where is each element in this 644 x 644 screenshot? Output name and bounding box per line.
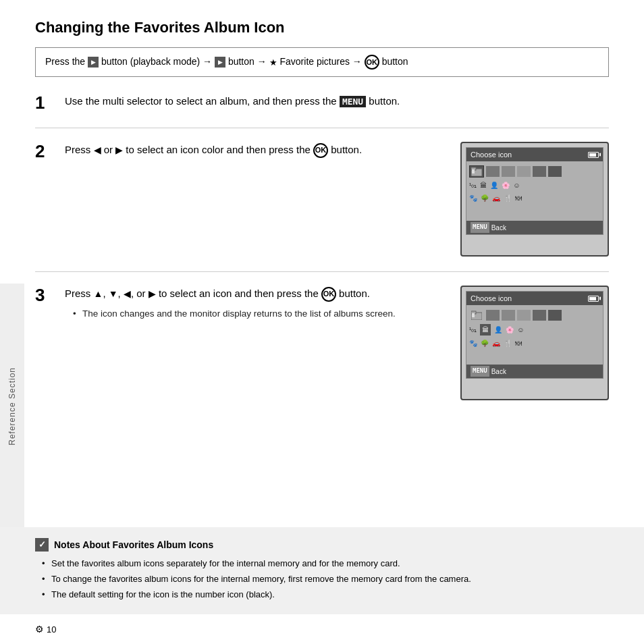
step-3-bullets: The icon changes and the monitor display… xyxy=(65,307,452,321)
step-2-content: Press ◀ or ▶ to select an icon color and… xyxy=(65,142,609,257)
color-box-7 xyxy=(502,310,515,321)
step-1-content: Use the multi selector to select an albu… xyxy=(65,93,609,109)
smile-icon-1: ☺ xyxy=(513,180,520,190)
arrow-up-icon: ▲ xyxy=(94,287,103,302)
svg-rect-2 xyxy=(472,169,475,173)
fork-icon-1: 🍴 xyxy=(504,193,512,203)
arrow-left-icon-2: ◀ xyxy=(124,287,131,302)
screen-2-title-bar: Choose icon xyxy=(466,292,603,306)
screen-1-title: Choose icon xyxy=(471,149,512,161)
main-content: Changing the Favorites Album Icon Press … xyxy=(0,0,644,429)
step-1-number: 1 xyxy=(35,93,54,113)
divider-1 xyxy=(35,128,609,128)
battery-icon-2 xyxy=(588,296,599,302)
step-3-bullet-1: The icon changes and the monitor display… xyxy=(73,307,452,321)
house-icon-1: 🏛 xyxy=(480,180,487,190)
color-box-6 xyxy=(486,310,500,321)
battery-icon-1 xyxy=(588,152,599,158)
color-box-4 xyxy=(533,166,546,177)
ok-button-step2: OK xyxy=(313,143,328,158)
menu-button-label: MENU xyxy=(340,96,366,107)
camera-screen-2: Choose icon xyxy=(460,286,609,400)
step-3-with-image: Press ▲, ▼, ◀, or ▶ to select an icon an… xyxy=(65,286,609,400)
svg-rect-5 xyxy=(472,313,475,317)
screen-1-icon-row-2: ¹₀₁ 🏛 👤 🌸 ☺ xyxy=(466,179,603,192)
paw-icon-2: 🐾 xyxy=(469,338,477,348)
menu-label-1: MENU xyxy=(471,222,489,233)
nav-bar-text: Press the ▶ button (playback mode) → ▶ b… xyxy=(45,55,408,70)
camera-screen-1-inner: Choose icon xyxy=(466,147,603,235)
page-title: Changing the Favorites Album Icon xyxy=(35,19,609,36)
step-3-content: Press ▲, ▼, ◀, or ▶ to select an icon an… xyxy=(65,286,609,400)
screen-2-icon-row-2: ¹₀₁ 🏛 👤 🌸 ☺ xyxy=(466,323,603,337)
color-box-10 xyxy=(548,310,562,321)
color-box-9 xyxy=(533,310,546,321)
back-label-2: Back xyxy=(491,367,506,377)
play-icon-2: ▶ xyxy=(215,57,225,68)
step-2-row: 2 Press ◀ or ▶ to select an icon color a… xyxy=(35,142,609,257)
step-3-number: 3 xyxy=(35,286,54,305)
step-2-number: 2 xyxy=(35,142,54,161)
step-2-with-image: Press ◀ or ▶ to select an icon color and… xyxy=(65,142,609,257)
step-2-text: Press ◀ or ▶ to select an icon color and… xyxy=(65,142,452,158)
screen-1-icon-row-3: 🐾 🌳 🚗 🍴 🍽 xyxy=(466,192,603,205)
notes-title: ✓ Notes About Favorites Album Icons xyxy=(35,538,609,552)
arrow-left-icon: ◀ xyxy=(94,143,101,158)
screen-1-title-bar: Choose icon xyxy=(466,148,603,162)
step-1-row: 1 Use the multi selector to select an al… xyxy=(35,93,609,113)
car-icon-2: 🚗 xyxy=(492,338,500,348)
folder-icon-2-wrap xyxy=(469,309,484,321)
fork2-icon-2: 🍽 xyxy=(515,338,522,348)
screen-2-title: Choose icon xyxy=(471,293,512,304)
color-box-3 xyxy=(517,166,531,177)
screen-2-icon-row-1 xyxy=(466,305,603,323)
footer: ⚙ 10 xyxy=(35,624,56,635)
screen-1-icon-row-1 xyxy=(466,161,603,179)
step-3-screen: Choose icon xyxy=(460,286,609,400)
person-icon-1: 👤 xyxy=(490,180,498,190)
divider-2 xyxy=(35,271,609,272)
ok-button-step3: OK xyxy=(321,287,336,302)
tree-icon-2: 🌳 xyxy=(481,338,489,348)
folder-icon-2 xyxy=(471,311,482,320)
step-1-text: Use the multi selector to select an albu… xyxy=(65,93,609,109)
fork-icon-2: 🍴 xyxy=(504,338,512,348)
nav-bar: Press the ▶ button (playback mode) → ▶ b… xyxy=(35,47,609,77)
flower-icon-2: 🌸 xyxy=(506,325,514,335)
star-icon: ★ xyxy=(269,56,277,70)
footer-page: 10 xyxy=(47,624,56,635)
battery-fill-1 xyxy=(589,153,596,157)
color-box-8 xyxy=(517,310,531,321)
back-label-1: Back xyxy=(491,223,506,233)
screen-2-bottom-bar: MENU Back xyxy=(466,365,603,378)
step-2-screen: Choose icon xyxy=(460,142,609,257)
num-icon-1: ¹₀₁ xyxy=(469,180,477,190)
check-icon: ✓ xyxy=(35,538,49,552)
selected-icon-1 xyxy=(469,165,484,178)
color-box-5 xyxy=(548,166,562,177)
house-icon-2-selected: 🏛 xyxy=(480,324,491,336)
car-icon-1: 🚗 xyxy=(492,193,500,203)
paw-icon-1: 🐾 xyxy=(469,193,477,203)
notes-title-text: Notes About Favorites Album Icons xyxy=(54,539,213,550)
camera-icon: ⚙ xyxy=(35,624,44,635)
step-3-text: Press ▲, ▼, ◀, or ▶ to select an icon an… xyxy=(65,286,452,302)
ok-button-nav: OK xyxy=(365,55,379,70)
screen-2-icon-row-3: 🐾 🌳 🚗 🍴 🍽 xyxy=(466,337,603,350)
menu-label-2: MENU xyxy=(471,366,489,377)
step-3-text-part: Press ▲, ▼, ◀, or ▶ to select an icon an… xyxy=(65,286,452,321)
fork2-icon-1: 🍽 xyxy=(515,193,522,203)
notes-section: ✓ Notes About Favorites Album Icons Set … xyxy=(0,527,644,614)
color-box-1 xyxy=(486,166,500,177)
arrow-right-icon: ▶ xyxy=(115,143,123,158)
arrow-down-icon: ▼ xyxy=(109,287,118,302)
battery-fill-2 xyxy=(589,297,596,300)
step-2-text-part: Press ◀ or ▶ to select an icon color and… xyxy=(65,142,452,158)
play-icon: ▶ xyxy=(88,57,99,68)
notes-bullets: Set the favorites album icons separately… xyxy=(35,557,609,601)
screen-1-bottom-bar: MENU Back xyxy=(466,221,603,234)
num-icon-2: ¹₀₁ xyxy=(469,325,477,335)
tree-icon-1: 🌳 xyxy=(481,193,489,203)
arrow-right-icon-2: ▶ xyxy=(149,287,156,302)
camera-screen-2-inner: Choose icon xyxy=(466,291,603,379)
